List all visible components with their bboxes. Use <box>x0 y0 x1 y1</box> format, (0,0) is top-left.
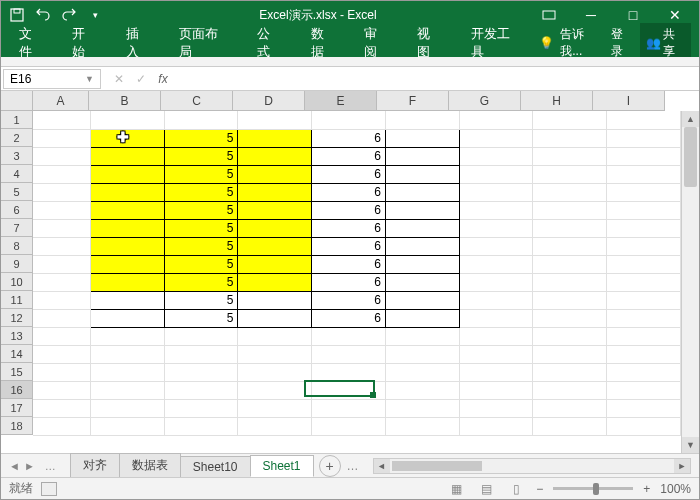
cell[interactable] <box>533 399 607 417</box>
cell[interactable] <box>164 345 238 363</box>
cell[interactable] <box>607 363 681 381</box>
cell[interactable] <box>33 183 90 201</box>
cell[interactable] <box>385 309 459 327</box>
cell[interactable] <box>607 417 681 435</box>
cell[interactable] <box>238 219 312 237</box>
sheet-first-icon[interactable]: ◄ <box>9 460 20 472</box>
cell[interactable] <box>459 273 533 291</box>
cell[interactable] <box>33 111 90 129</box>
cell[interactable] <box>607 291 681 309</box>
cell[interactable] <box>33 165 90 183</box>
cell[interactable] <box>459 417 533 435</box>
zoom-out-icon[interactable]: − <box>536 482 543 496</box>
cell[interactable] <box>459 129 533 147</box>
cell[interactable] <box>238 273 312 291</box>
cell[interactable] <box>459 111 533 129</box>
cell[interactable] <box>33 417 90 435</box>
column-header[interactable]: I <box>593 91 665 111</box>
cell[interactable] <box>385 219 459 237</box>
cell[interactable] <box>607 399 681 417</box>
cell[interactable] <box>312 417 386 435</box>
cell[interactable] <box>238 165 312 183</box>
cell[interactable] <box>238 381 312 399</box>
macro-record-icon[interactable] <box>41 482 57 496</box>
cell[interactable] <box>238 327 312 345</box>
cell[interactable] <box>607 147 681 165</box>
cell[interactable]: 5 <box>164 201 238 219</box>
row-header[interactable]: 13 <box>1 327 33 345</box>
cell[interactable] <box>33 273 90 291</box>
cell[interactable] <box>33 237 90 255</box>
column-header[interactable]: F <box>377 91 449 111</box>
cell[interactable] <box>385 201 459 219</box>
row-header[interactable]: 5 <box>1 183 33 201</box>
row-header[interactable]: 14 <box>1 345 33 363</box>
cell[interactable] <box>533 363 607 381</box>
select-all-corner[interactable] <box>1 91 33 111</box>
cell[interactable] <box>533 327 607 345</box>
scroll-left-icon[interactable]: ◄ <box>374 459 390 473</box>
cell[interactable] <box>312 399 386 417</box>
cell[interactable] <box>238 363 312 381</box>
cell[interactable] <box>533 237 607 255</box>
cell[interactable] <box>459 165 533 183</box>
cell[interactable] <box>459 345 533 363</box>
cell[interactable] <box>33 291 90 309</box>
cell[interactable] <box>90 399 164 417</box>
cell[interactable]: 6 <box>312 147 386 165</box>
column-header[interactable]: B <box>89 91 161 111</box>
cell[interactable] <box>459 147 533 165</box>
row-header[interactable]: 9 <box>1 255 33 273</box>
sheet-tab[interactable]: Sheet10 <box>180 456 251 477</box>
cell[interactable] <box>312 327 386 345</box>
cell[interactable] <box>90 255 164 273</box>
cell[interactable] <box>312 381 386 399</box>
row-header[interactable]: 4 <box>1 165 33 183</box>
cell[interactable] <box>33 345 90 363</box>
cell[interactable] <box>33 399 90 417</box>
cell[interactable] <box>90 363 164 381</box>
cell[interactable] <box>238 129 312 147</box>
cell[interactable] <box>607 129 681 147</box>
scroll-up-icon[interactable]: ▲ <box>682 111 699 127</box>
view-pagebreak-icon[interactable]: ▯ <box>506 481 526 497</box>
sheet-tab[interactable]: 数据表 <box>119 453 181 477</box>
cell[interactable] <box>33 147 90 165</box>
cell[interactable] <box>459 399 533 417</box>
cell[interactable] <box>238 183 312 201</box>
cell[interactable] <box>385 255 459 273</box>
cell[interactable] <box>238 345 312 363</box>
cell[interactable] <box>607 201 681 219</box>
cell[interactable] <box>607 111 681 129</box>
cell[interactable] <box>533 165 607 183</box>
accept-formula-icon[interactable]: ✓ <box>131 72 151 86</box>
cell[interactable] <box>164 327 238 345</box>
cell[interactable] <box>533 345 607 363</box>
add-sheet-button[interactable]: + <box>319 455 341 477</box>
cell[interactable] <box>607 273 681 291</box>
cell[interactable] <box>238 309 312 327</box>
cell[interactable] <box>33 381 90 399</box>
cell[interactable] <box>164 417 238 435</box>
cell[interactable] <box>459 309 533 327</box>
sheet-more-icon[interactable]: … <box>45 460 56 472</box>
cell[interactable]: 5 <box>164 183 238 201</box>
cell[interactable] <box>459 183 533 201</box>
vscroll-thumb[interactable] <box>684 127 697 187</box>
cell[interactable] <box>312 345 386 363</box>
cell[interactable] <box>33 327 90 345</box>
cell[interactable] <box>607 183 681 201</box>
cell[interactable] <box>90 219 164 237</box>
column-header[interactable]: H <box>521 91 593 111</box>
cell[interactable] <box>33 255 90 273</box>
cell[interactable] <box>33 219 90 237</box>
cell[interactable]: 6 <box>312 183 386 201</box>
cell[interactable]: 5 <box>164 273 238 291</box>
cell[interactable] <box>533 255 607 273</box>
cell[interactable] <box>238 201 312 219</box>
login-label[interactable]: 登录 <box>611 26 634 60</box>
cell[interactable] <box>312 111 386 129</box>
vertical-scrollbar[interactable]: ▲ ▼ <box>681 111 699 453</box>
cell[interactable]: 5 <box>164 219 238 237</box>
cell[interactable] <box>459 363 533 381</box>
